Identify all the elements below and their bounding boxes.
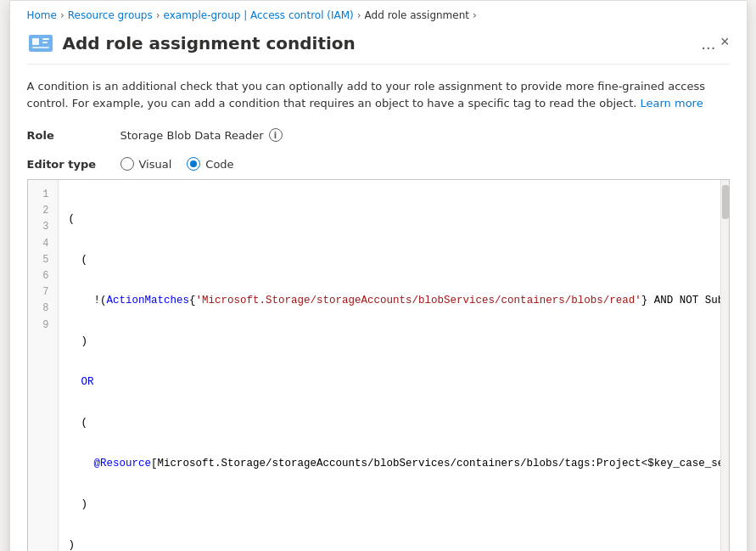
breadcrumb-sep-3: › (357, 9, 361, 21)
editor-type-radio-group: Visual Code (120, 157, 234, 171)
code-line-3: !(ActionMatches{'Microsoft.Storage/stora… (69, 292, 710, 309)
code-line-1: ( (69, 211, 710, 228)
line-num-9: 9 (36, 318, 49, 334)
line-num-3: 3 (36, 219, 49, 235)
scrollbar-thumb (722, 185, 729, 219)
line-num-4: 4 (36, 236, 49, 252)
line-num-8: 8 (36, 301, 49, 317)
visual-radio-outer (120, 157, 134, 171)
line-num-2: 2 (36, 203, 49, 219)
role-label: Role (27, 129, 120, 142)
breadcrumb-resource-groups[interactable]: Resource groups (68, 9, 153, 21)
role-assignment-icon (27, 30, 54, 57)
breadcrumb-sep-4: › (473, 9, 477, 21)
line-num-7: 7 (36, 284, 49, 301)
learn-more-link[interactable]: Learn more (641, 97, 703, 110)
visual-radio-label: Visual (139, 158, 172, 171)
role-field-row: Role Storage Blob Data Reader i (27, 128, 730, 142)
add-role-assignment-dialog: Home › Resource groups › example-group |… (9, 0, 748, 551)
code-content[interactable]: ( ( !(ActionMatches{'Microsoft.Storage/s… (59, 180, 720, 551)
code-line-8: ) (69, 496, 710, 513)
svg-rect-2 (42, 38, 49, 40)
role-info-icon[interactable]: i (269, 128, 283, 142)
code-radio-label: Code (205, 158, 233, 171)
code-editor-scrollbar[interactable] (720, 180, 729, 551)
breadcrumb-home[interactable]: Home (27, 9, 57, 21)
code-line-4: ) (69, 333, 710, 350)
breadcrumb: Home › Resource groups › example-group |… (10, 1, 747, 21)
breadcrumb-example-group[interactable]: example-group | Access control (IAM) (164, 9, 354, 21)
close-button[interactable]: × (714, 30, 736, 54)
breadcrumb-sep-1: › (60, 9, 64, 21)
visual-radio-option[interactable]: Visual (120, 157, 172, 171)
dialog-header: Add role assignment condition ... × (10, 21, 747, 64)
svg-rect-4 (32, 47, 49, 48)
code-editor[interactable]: 1 2 3 4 5 6 7 8 9 ( ( !(ActionMatches{'M… (27, 179, 730, 551)
code-radio-outer (187, 157, 200, 171)
line-num-6: 6 (36, 268, 49, 284)
code-line-7: @Resource[Microsoft.Storage/storageAccou… (69, 455, 710, 472)
role-value-text: Storage Blob Data Reader (120, 129, 264, 142)
line-num-5: 5 (36, 252, 49, 268)
code-line-2: ( (69, 251, 710, 268)
breadcrumb-sep-2: › (156, 9, 160, 21)
role-value: Storage Blob Data Reader i (120, 128, 283, 142)
code-line-6: ( (69, 414, 710, 431)
dialog-content: A condition is an additional check that … (10, 65, 747, 551)
editor-type-label: Editor type (27, 158, 120, 171)
line-num-1: 1 (36, 187, 49, 203)
code-line-5: OR (69, 374, 710, 391)
code-line-9: ) (69, 537, 710, 551)
editor-type-row: Editor type Visual Code (27, 157, 730, 171)
dialog-title: Add role assignment condition (63, 33, 695, 53)
description-text: A condition is an additional check that … (27, 78, 730, 111)
code-radio-inner (190, 160, 197, 167)
svg-rect-1 (32, 38, 39, 45)
breadcrumb-current: Add role assignment (365, 9, 469, 21)
svg-rect-3 (42, 42, 48, 43)
line-numbers: 1 2 3 4 5 6 7 8 9 (28, 180, 59, 551)
code-radio-option[interactable]: Code (187, 157, 233, 171)
